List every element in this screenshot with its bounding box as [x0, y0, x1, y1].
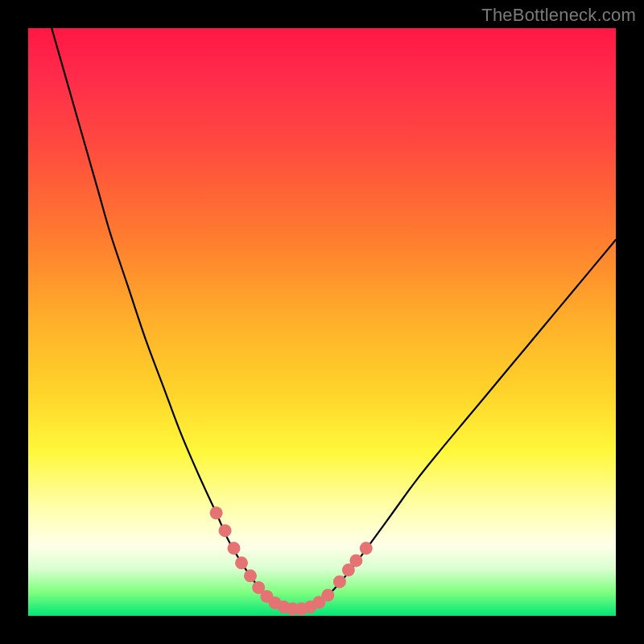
curve-svg	[28, 28, 616, 616]
curve-marker	[333, 576, 346, 588]
curve-marker	[210, 506, 223, 519]
curve-markers	[210, 506, 373, 615]
watermark-text: TheBottleneck.com	[481, 5, 636, 26]
curve-marker	[235, 556, 248, 569]
curve-marker	[349, 554, 362, 567]
bottleneck-curve	[52, 28, 616, 609]
curve-marker	[219, 524, 232, 537]
curve-marker	[228, 542, 241, 555]
plot-area	[28, 28, 616, 616]
curve-marker	[321, 588, 334, 601]
chart-frame: TheBottleneck.com	[0, 0, 644, 644]
curve-marker	[244, 569, 257, 582]
curve-marker	[360, 542, 373, 555]
